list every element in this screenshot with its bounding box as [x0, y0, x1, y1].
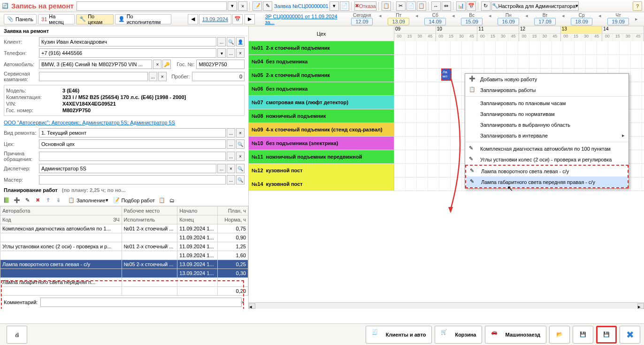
cart-btn[interactable]: 🛒Корзина [435, 326, 482, 344]
order-edit-btn[interactable]: ✎ [263, 1, 272, 11]
chart-btn[interactable]: 📊 [456, 1, 466, 11]
plan-icon1[interactable]: 📗 [2, 196, 11, 205]
order-edit2[interactable]: 📄 [340, 1, 349, 11]
lift-row-№04[interactable]: №04 без подъемника [249, 55, 644, 69]
reason-clear[interactable]: × [236, 152, 245, 161]
print-btn[interactable]: 🖨 [7, 326, 27, 344]
client-field[interactable]: Кузин Иван Александрович [39, 37, 216, 46]
menu-item[interactable]: Запланировать по нормативам [465, 108, 629, 119]
disp-open[interactable]: 🔍 [236, 164, 245, 173]
planner-btn[interactable]: 📅 [467, 1, 476, 11]
hscroll-right[interactable]: ▸ [637, 303, 644, 309]
dispatcher-field[interactable]: Администратор 5S [39, 164, 216, 173]
campaign-pick[interactable]: ... [149, 72, 157, 81]
car-in-btn[interactable]: 🚗Машинозаезд [485, 326, 546, 344]
comment-clear[interactable]: × [242, 299, 245, 305]
menu-item[interactable]: Запланировать по плановым часам [465, 98, 629, 108]
folder-btn[interactable]: 📂 [549, 326, 570, 344]
plan-up[interactable]: ⇑ [43, 196, 53, 205]
plan-pick-btn[interactable]: 📝 Подбор работ [111, 196, 157, 205]
menu-item[interactable]: Запланировать в выбранную область [465, 119, 629, 130]
days-scroll-right[interactable]: ▸ [633, 16, 640, 22]
comment-field[interactable] [40, 298, 241, 307]
phone-field[interactable]: +7 (916) 4445566 [39, 48, 216, 58]
plan-fill-btn[interactable]: 📋 Заполнение ▾ [66, 196, 111, 205]
menu-item[interactable]: Запланировать в интервале▸ [465, 130, 629, 141]
campaign-clear[interactable]: × [158, 72, 167, 81]
repair-type-field[interactable]: 1. Текущий ремонт [39, 128, 226, 138]
plan-row[interactable]: Углы установки колес (2 оси) - проверка … [0, 242, 248, 251]
auto-field[interactable]: BMW, 3 (E46) Синий № М802УР750 VIN ... [39, 60, 152, 69]
mileage-field[interactable]: 0 [192, 72, 245, 81]
order-icon-btn[interactable]: 📝 [253, 1, 262, 11]
plan-row[interactable]: Лампа поворотного света левая - с/у№05 2… [0, 260, 248, 269]
day-col-16.09[interactable]: Пн16.09 [494, 13, 523, 25]
menu-item[interactable]: ✎Лампа поворотного света левая - с/у [466, 166, 628, 176]
day-col-13.09[interactable]: Пт13.09 [384, 13, 413, 25]
context-menu[interactable]: ➕Добавить новую работу📋Запланировать раб… [465, 73, 629, 189]
gos-field[interactable]: М802УР750 [196, 60, 245, 69]
master-pick[interactable]: ... [227, 175, 235, 184]
copy-btn[interactable]: 📋 [382, 1, 391, 11]
cut-btn[interactable]: ✂ [396, 1, 406, 11]
plan-delete[interactable]: ✖ [33, 196, 42, 205]
client-open[interactable]: 🔍 [227, 37, 235, 46]
org-link[interactable]: ООО "Автосервис"; Автосервис; Администра… [0, 118, 248, 127]
move-btn[interactable]: ↔ [431, 1, 441, 11]
day-col-15.09[interactable]: Вс15.09 [457, 13, 486, 25]
clients-btn[interactable]: 🧾Клиенты и авто [366, 326, 432, 344]
shop-field[interactable]: Основной цех [39, 139, 226, 149]
panel-btn[interactable]: 📎 Панель [4, 14, 37, 24]
settings-btn[interactable]: 🔧 Настройка для Администратора ▾ [491, 1, 579, 11]
disp-clear[interactable]: × [227, 164, 235, 173]
repair-pick[interactable]: ... [227, 128, 235, 138]
title-search-input[interactable] [77, 1, 227, 11]
order-dropdown[interactable]: ▾ [330, 1, 339, 11]
hscroll-left[interactable]: ◂ [249, 303, 255, 309]
by-shop-btn[interactable]: 🔧 По цехам [76, 14, 114, 24]
shop-open[interactable]: 🔍 [236, 139, 245, 149]
menu-item[interactable]: ✎Углы установки колес (2 оси) - проверка… [465, 154, 629, 165]
phone-pick[interactable]: ... [227, 48, 235, 58]
disp-pick[interactable]: ... [217, 164, 226, 173]
reason-pick[interactable]: ... [227, 152, 235, 161]
refresh-btn[interactable]: ↻ [481, 1, 491, 11]
master-field[interactable] [39, 175, 226, 184]
auto-key-icon[interactable]: 🔑 [162, 60, 171, 69]
auto-clear[interactable]: × [153, 60, 161, 69]
save-as-btn[interactable]: 💾 [573, 326, 593, 344]
plan-row[interactable]: Комплексная диагностика автомобиля по 1.… [0, 224, 248, 233]
shop-pick[interactable]: ... [227, 139, 235, 149]
month-btn[interactable]: 31 На месяц [38, 14, 75, 24]
lift-row-№01[interactable]: №01 2-х стоечный подъемник [249, 41, 644, 55]
day-col-14.09[interactable]: Сб14.09 [421, 13, 450, 25]
client-add[interactable]: 👤 [236, 37, 245, 46]
plan-row[interactable]: Лампа габаритного света передняя п... [0, 278, 248, 287]
plan-row[interactable]: 11.09.2024 1...0,90 [0, 233, 248, 242]
campaign-field[interactable] [39, 72, 148, 81]
plan-row[interactable]: 13.09.2024 1...0,30 [0, 269, 248, 278]
day-col-19.09[interactable]: Чт19.09 [604, 13, 633, 25]
menu-item[interactable]: ✎Комплексная диагностика автомобиля по 1… [465, 143, 629, 154]
reason-field[interactable] [39, 152, 226, 161]
prev-day-btn[interactable]: ◀ [188, 14, 198, 24]
next-day-btn[interactable]: ▶ [245, 14, 255, 24]
client-pick[interactable]: ... [217, 37, 226, 46]
date-display[interactable]: 13.09.2024 [199, 14, 231, 24]
doc-link[interactable]: ЗР СЦ00000001 от 11.09.2024 за... [265, 14, 348, 25]
phone-clear[interactable]: × [236, 48, 245, 58]
close-btn[interactable]: ✖ [620, 326, 640, 344]
repair-clear[interactable]: × [236, 128, 245, 138]
menu-item[interactable]: 📋Запланировать работы [465, 84, 629, 95]
master-open[interactable]: 🔍 [236, 175, 245, 184]
refuse-btn[interactable]: ✖ Отказа [354, 1, 376, 11]
day-col-17.09[interactable]: Вт17.09 [530, 13, 560, 25]
plan-edit[interactable]: ✎ [23, 196, 32, 205]
expand-btn[interactable]: ⇔ [442, 1, 451, 11]
plan-row[interactable]: 11.09.2024 1...1,60 [0, 251, 248, 260]
menu-item[interactable]: ✎Лампа габаритного света передняя правая… [466, 176, 628, 187]
plan-add[interactable]: ➕ [12, 196, 22, 205]
paste-btn[interactable]: 📋 [417, 1, 426, 11]
day-col-18.09[interactable]: Ср18.09 [567, 13, 596, 25]
phone-dd[interactable]: ▾ [217, 48, 226, 58]
